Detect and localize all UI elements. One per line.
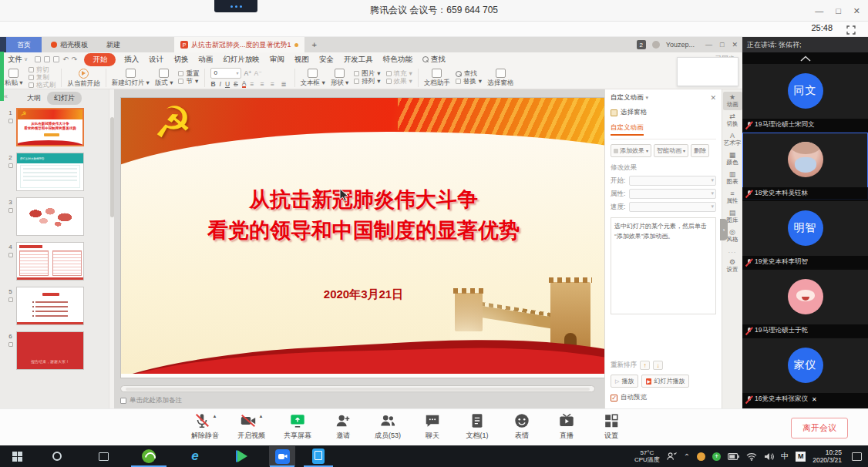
rail-transition[interactable]: ⇄切换: [723, 111, 742, 129]
effect-button[interactable]: 效果 ▾: [386, 78, 412, 85]
tray-app-icon[interactable]: [697, 452, 705, 461]
alignment-buttons[interactable]: ≡ ≡ ≡ ≣: [250, 80, 288, 88]
slide-thumbnail-5[interactable]: [16, 287, 84, 325]
fill-button[interactable]: 填充 ▾: [386, 70, 412, 77]
collapse-panel-icon[interactable]: «: [4, 92, 8, 100]
italic-button[interactable]: I: [220, 80, 221, 88]
horizontal-scrollbar[interactable]: [120, 385, 595, 392]
unmute-button[interactable]: ▲ 解除静音: [191, 412, 219, 441]
wps-maximize-icon[interactable]: □: [720, 41, 724, 49]
rail-properties[interactable]: ≡属性: [723, 188, 742, 207]
font-size-input[interactable]: 0▾: [210, 68, 241, 79]
participant-tile[interactable]: 同文 19马理论硕士宋同文: [742, 64, 868, 131]
clock-widget[interactable]: 10:25 2020/3/21: [812, 449, 842, 464]
smart-animation-button[interactable]: 智能动画▾: [654, 144, 688, 157]
menu-design[interactable]: 设计: [147, 54, 165, 66]
current-slide[interactable]: ☭ 从抗击新冠肺炎伟大斗争 看党的领导和中国制度的显著优势 2020年3月21日: [121, 98, 604, 378]
battery-icon[interactable]: [728, 453, 739, 460]
tencent-video-button[interactable]: [219, 445, 265, 467]
layout-button[interactable]: 版式 ▾: [155, 69, 173, 86]
mic-options-caret[interactable]: ▲: [213, 414, 217, 418]
tab-docer-templates[interactable]: 稻壳模板: [42, 37, 97, 52]
menu-slideshow[interactable]: 幻灯片放映: [221, 54, 261, 66]
rail-animation[interactable]: ★动画: [723, 92, 742, 110]
cut-button[interactable]: 剪切: [29, 66, 56, 73]
tab-wps-home[interactable]: 首页: [6, 37, 42, 52]
cortana-button[interactable]: [34, 445, 80, 467]
reset-button[interactable]: 重置: [178, 70, 199, 77]
wps-minimize-icon[interactable]: —: [705, 41, 712, 49]
expand-arrow-icon[interactable]: ›: [720, 219, 728, 240]
menu-review[interactable]: 审阅: [268, 54, 286, 66]
live-button[interactable]: 直播: [553, 412, 580, 441]
rail-color[interactable]: ▦颜色: [723, 150, 742, 168]
maximize-icon[interactable]: □: [836, 6, 841, 15]
tab-document[interactable]: P 从抗击新冠肺炎...度的显著优势1: [174, 37, 304, 52]
close-panel-icon[interactable]: ✕: [710, 94, 716, 102]
underline-button[interactable]: U: [225, 80, 230, 88]
phone-app-button[interactable]: [299, 445, 338, 467]
close-icon[interactable]: ✕: [812, 396, 817, 403]
edge-button[interactable]: e: [171, 445, 219, 467]
notification-badge[interactable]: 2: [637, 40, 646, 49]
webcam-preview[interactable]: [214, 0, 257, 12]
rail-chart[interactable]: ▥图表: [723, 169, 742, 187]
rail-wordart[interactable]: A艺术字: [723, 130, 742, 149]
task-view-button[interactable]: [80, 445, 126, 467]
menu-devtools[interactable]: 开发工具: [342, 54, 375, 66]
start-video-button[interactable]: ▲ 开启视频: [237, 412, 265, 441]
participant-tile[interactable]: 19马理论硕士于乾: [742, 270, 868, 337]
close-icon[interactable]: ✕: [853, 6, 860, 16]
account-name[interactable]: Youzep...: [666, 41, 695, 49]
invite-button[interactable]: 邀请: [330, 412, 356, 441]
wps-close-icon[interactable]: ✕: [732, 41, 738, 49]
ime-m-icon[interactable]: M: [796, 452, 806, 462]
start-button[interactable]: [0, 445, 34, 467]
doc-assistant-button[interactable]: 文档助手: [424, 69, 450, 86]
slide-thumbnail-3[interactable]: [16, 197, 84, 236]
slide-thumbnail-2[interactable]: 疫情实时大数据报告: [16, 153, 84, 191]
menu-animation[interactable]: 动画: [197, 54, 214, 66]
quick-access-toolbar[interactable]: ↶↷: [35, 55, 77, 63]
slideshow-play-button[interactable]: ▶幻灯片播放: [641, 375, 689, 388]
start-select[interactable]: [629, 176, 716, 186]
slide-thumbnail-1[interactable]: ☭ 从抗击新冠肺炎伟大斗争看党的领导和中国制度的显著优势: [16, 108, 84, 146]
participant-tile[interactable]: 18党史本科吴钰林: [742, 133, 868, 200]
participant-tile[interactable]: 家仪 16党史本科张家仪✕: [742, 338, 868, 405]
auto-preview-checkbox[interactable]: ✓ 自动预览: [611, 393, 716, 402]
play-animation-button[interactable]: ▷播放: [611, 375, 638, 388]
copy-button[interactable]: 复制: [29, 74, 56, 81]
format-painter-button[interactable]: 格式刷: [29, 82, 56, 89]
slide-thumbnail-4[interactable]: [16, 242, 84, 281]
emoji-button[interactable]: 表情: [509, 412, 535, 441]
new-slide-button[interactable]: 新建幻灯片 ▾: [112, 69, 150, 86]
menu-file[interactable]: 文件∨: [8, 55, 28, 65]
section-button[interactable]: 节 ▾: [178, 78, 199, 85]
property-select[interactable]: [629, 189, 716, 199]
shape-button[interactable]: 形状 ▾: [331, 69, 349, 86]
menu-home[interactable]: 开始: [84, 53, 116, 66]
custom-animation-section[interactable]: 自定义动画: [611, 123, 644, 136]
picture-button[interactable]: 图片 ▾: [354, 70, 380, 77]
paste-button[interactable]: 粘贴 ▾: [5, 69, 23, 86]
menu-features[interactable]: 特色功能: [382, 54, 414, 66]
increase-font-button[interactable]: A⁺: [244, 69, 251, 77]
speed-select[interactable]: [629, 202, 716, 212]
decrease-font-button[interactable]: A⁻: [254, 69, 262, 77]
arrange-button[interactable]: 排列 ▾: [354, 78, 380, 85]
tab-new[interactable]: 新建: [97, 37, 130, 52]
add-effect-button[interactable]: 添加效果▾: [611, 144, 651, 157]
tab-outline[interactable]: 大纲: [27, 93, 41, 103]
rail-settings[interactable]: ⚙设置: [723, 257, 742, 275]
tab-slides[interactable]: 幻灯片: [47, 92, 82, 105]
textbox-button[interactable]: 文本框 ▾: [301, 69, 325, 86]
new-tab-button[interactable]: +: [304, 40, 325, 49]
menu-view[interactable]: 视图: [293, 54, 311, 66]
tencent-meeting-button[interactable]: [265, 445, 299, 467]
rail-more[interactable]: ···: [728, 249, 737, 256]
participant-tile[interactable]: 明智 19党史本科李明智: [742, 201, 868, 268]
notes-hint[interactable]: 单击此处添加备注: [120, 396, 182, 405]
video-options-caret[interactable]: ▲: [259, 414, 264, 418]
collapse-videos-button[interactable]: [742, 52, 868, 64]
play-from-current-button[interactable]: 从当前开始: [67, 69, 100, 87]
